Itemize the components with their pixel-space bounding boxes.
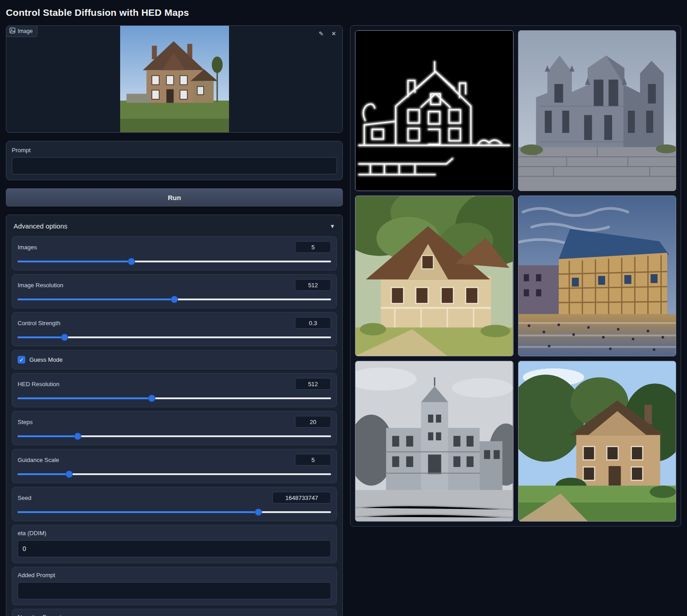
advanced-options-accordion: Advanced options ▼ Images xyxy=(6,215,343,616)
control-strength-slider-thumb[interactable] xyxy=(61,334,68,341)
image-input-label: Image xyxy=(18,28,33,34)
guess-mode-block: ✓ Guess Mode xyxy=(12,350,337,369)
seed-value-input[interactable] xyxy=(272,492,331,504)
images-label: Images xyxy=(18,244,37,251)
images-slider[interactable] xyxy=(18,258,331,265)
added-prompt-input[interactable] xyxy=(18,582,331,599)
seed-slider-block: Seed xyxy=(12,487,337,521)
output-column xyxy=(350,25,681,527)
image-input-panel[interactable]: Image ✎ ✕ xyxy=(6,25,343,133)
prompt-block: Prompt xyxy=(6,141,343,180)
guidance-scale-value-input[interactable] xyxy=(295,454,331,466)
hed-resolution-value-input[interactable] xyxy=(295,378,331,390)
hed-resolution-slider-thumb[interactable] xyxy=(149,395,155,401)
gallery-image-hed-edge-map[interactable] xyxy=(355,30,514,191)
images-value-input[interactable] xyxy=(295,241,331,253)
control-strength-value-input[interactable] xyxy=(295,317,331,329)
steps-slider-block: Steps xyxy=(12,411,337,445)
added-prompt-block: Added Prompt xyxy=(12,567,337,605)
eta-label: eta (DDIM) xyxy=(18,530,331,537)
gallery-image-victorian-house-painting[interactable] xyxy=(355,196,514,356)
guidance-scale-slider-thumb[interactable] xyxy=(66,471,72,477)
steps-slider-thumb[interactable] xyxy=(75,433,81,439)
steps-value-input[interactable] xyxy=(295,416,331,428)
added-prompt-label: Added Prompt xyxy=(18,572,331,579)
gallery-grid xyxy=(355,30,676,522)
prompt-label: Prompt xyxy=(12,147,337,154)
steps-slider[interactable] xyxy=(18,433,331,439)
gallery-image-stone-cathedral[interactable] xyxy=(518,30,677,191)
control-strength-label: Control Strength xyxy=(18,320,61,327)
image-resolution-label: Image Resolution xyxy=(18,282,63,289)
gallery-image-grayscale-building[interactable] xyxy=(355,361,514,522)
accordion-arrow-icon: ▼ xyxy=(330,223,335,229)
image-resolution-value-input[interactable] xyxy=(295,279,331,291)
advanced-options-body: Images Image Resolution xyxy=(12,236,337,616)
prompt-input[interactable] xyxy=(12,157,337,174)
image-actions: ✎ ✕ xyxy=(316,28,339,38)
guidance-scale-slider-block: Guidance Scale xyxy=(12,449,337,483)
image-resolution-slider-thumb[interactable] xyxy=(171,296,178,303)
image-resolution-slider[interactable] xyxy=(18,296,331,303)
page-title: Control Stable Diffusion with HED Maps xyxy=(6,7,681,18)
images-slider-thumb[interactable] xyxy=(128,258,135,265)
negative-prompt-label: Negative Prompt xyxy=(18,614,331,616)
seed-label: Seed xyxy=(18,495,31,501)
steps-label: Steps xyxy=(18,419,33,425)
controls-column: Image ✎ ✕ xyxy=(6,25,343,616)
clear-icon[interactable]: ✕ xyxy=(329,28,339,38)
guidance-scale-slider[interactable] xyxy=(18,471,331,477)
negative-prompt-block: Negative Prompt xyxy=(12,609,337,616)
eta-input[interactable] xyxy=(18,540,331,557)
guess-mode-label: Guess Mode xyxy=(29,356,63,363)
seed-slider-thumb[interactable] xyxy=(255,509,262,515)
advanced-options-title: Advanced options xyxy=(14,222,67,230)
gallery-image-country-house[interactable] xyxy=(518,361,677,522)
images-slider-block: Images xyxy=(12,236,337,271)
seed-slider[interactable] xyxy=(18,509,331,515)
image-resolution-slider-block: Image Resolution xyxy=(12,274,337,308)
image-icon xyxy=(9,28,15,35)
advanced-options-header[interactable]: Advanced options ▼ xyxy=(12,220,337,236)
control-strength-slider-block: Control Strength xyxy=(12,312,337,346)
uploaded-house-photo[interactable] xyxy=(120,26,229,132)
hed-resolution-label: HED Resolution xyxy=(18,381,60,387)
run-button[interactable]: Run xyxy=(6,188,343,206)
hed-resolution-slider-block: HED Resolution xyxy=(12,373,337,407)
guess-mode-checkbox[interactable]: ✓ xyxy=(18,356,25,364)
control-strength-slider[interactable] xyxy=(18,334,331,341)
guidance-scale-label: Guidance Scale xyxy=(18,457,59,463)
image-input-label-tab: Image xyxy=(6,26,37,37)
hed-resolution-slider[interactable] xyxy=(18,395,331,401)
check-icon: ✓ xyxy=(19,357,23,363)
main-columns: Image ✎ ✕ xyxy=(6,25,681,616)
gallery-image-painterly-timber-house[interactable] xyxy=(518,196,677,356)
edit-icon[interactable]: ✎ xyxy=(316,28,326,38)
eta-block: eta (DDIM) xyxy=(12,525,337,563)
output-gallery xyxy=(350,25,681,527)
